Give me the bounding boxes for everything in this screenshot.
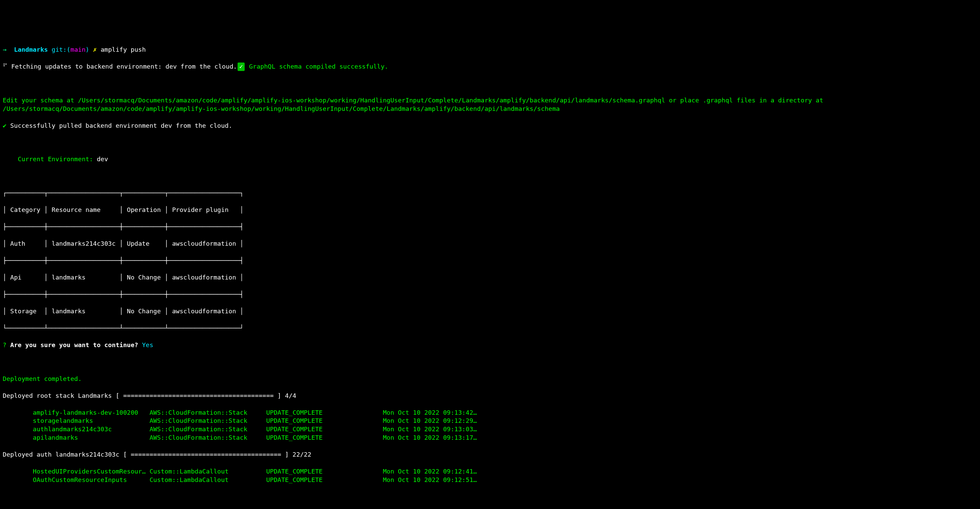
git-label: git:(: [52, 46, 71, 53]
table-sep: ├──────────┼───────────────────┼────────…: [3, 256, 977, 265]
git-branch: main: [71, 46, 86, 53]
stack-timestamp: Mon Oct 10 2022 09:13:03…: [383, 426, 477, 433]
prompt-line-1: → Landmarks git:(main) ✗ amplify push: [3, 46, 977, 54]
stack-timestamp: Mon Oct 10 2022 09:12:51…: [383, 476, 477, 483]
spinner-icon: ⠋: [3, 63, 8, 70]
stack-name: OAuthCustomResourceInputs: [33, 476, 150, 483]
stack-row: storagelandmarks AWS::CloudFormation::St…: [3, 417, 977, 425]
terminal-output[interactable]: → Landmarks git:(main) ✗ amplify push ⠋ …: [3, 37, 977, 509]
dirty-marker-icon: ✗: [93, 46, 97, 53]
blank-line: [3, 172, 977, 180]
stack-name: storagelandmarks: [33, 417, 150, 424]
table-header: │ Category │ Resource name │ Operation │…: [3, 206, 977, 214]
auth-items: HostedUIProvidersCustomResour… Custom::L…: [3, 468, 977, 484]
typed-command: amplify push: [101, 46, 146, 53]
stack-row: OAuthCustomResourceInputs Custom::Lambda…: [3, 476, 977, 484]
stack-timestamp: Mon Oct 10 2022 09:13:42…: [383, 409, 477, 416]
stack-type: Custom::LambdaCallout: [150, 476, 266, 483]
blank-line: [3, 493, 977, 501]
table-border-top: ┌──────────┬───────────────────┬────────…: [3, 189, 977, 197]
table-row: │ Api │ landmarks │ No Change │ awscloud…: [3, 274, 977, 282]
pulled-text: Successfully pulled backend environment …: [10, 122, 232, 129]
deployed-root-line: Deployed root stack Landmarks [ ========…: [3, 392, 977, 400]
env-label: Current Environment:: [3, 156, 93, 162]
stack-name: authlandmarks214c303c: [33, 426, 150, 433]
confirm-line: ? Are you sure you want to continue? Yes: [3, 341, 977, 350]
stack-type: AWS::CloudFormation::Stack: [150, 417, 266, 424]
check-icon: ✓: [237, 62, 244, 71]
stack-row: authlandmarks214c303c AWS::CloudFormatio…: [3, 425, 977, 434]
stack-timestamp: Mon Oct 10 2022 09:12:41…: [383, 468, 477, 475]
fetching-text: Fetching updates to backend environment:…: [11, 63, 237, 70]
fetching-line: ⠋ Fetching updates to backend environmen…: [3, 62, 977, 71]
check-icon: ✔: [3, 122, 6, 129]
stack-timestamp: Mon Oct 10 2022 09:13:17…: [383, 434, 477, 441]
git-close: ): [86, 46, 89, 53]
pulled-line: ✔ Successfully pulled backend environmen…: [3, 122, 977, 130]
stack-status: UPDATE_COMPLETE: [266, 434, 383, 441]
stack-name: HostedUIProvidersCustomResour…: [33, 468, 150, 475]
question-icon: ?: [3, 341, 6, 348]
stack-row: apilandmarks AWS::CloudFormation::Stack …: [3, 434, 977, 442]
stack-timestamp: Mon Oct 10 2022 09:12:29…: [383, 417, 477, 424]
stack-type: AWS::CloudFormation::Stack: [150, 434, 266, 441]
table-border-bottom: └──────────┴───────────────────┴────────…: [3, 324, 977, 332]
table-row: │ Storage │ landmarks │ No Change │ awsc…: [3, 307, 977, 316]
stack-row: HostedUIProvidersCustomResour… Custom::L…: [3, 468, 977, 476]
table-sep: ├──────────┼───────────────────┼────────…: [3, 223, 977, 231]
stack-status: UPDATE_COMPLETE: [266, 468, 383, 475]
prompt-dir: Landmarks: [14, 46, 48, 53]
deployment-completed: Deployment completed.: [3, 375, 977, 383]
stack-name: amplify-landmarks-dev-100200: [33, 409, 150, 416]
stack-status: UPDATE_COMPLETE: [266, 409, 383, 416]
blank-line: [3, 358, 977, 366]
confirm-answer: Yes: [142, 341, 153, 348]
stack-status: UPDATE_COMPLETE: [266, 476, 383, 483]
edit-schema-line: Edit your schema at /Users/stormacq/Docu…: [3, 96, 977, 113]
table-row: │ Auth │ landmarks214c303c │ Update │ aw…: [3, 240, 977, 248]
stack-row: amplify-landmarks-dev-100200 AWS::CloudF…: [3, 409, 977, 417]
table-sep: ├──────────┼───────────────────┼────────…: [3, 290, 977, 299]
env-line: Current Environment: dev: [3, 155, 977, 164]
compiled-text: GraphQL schema compiled successfully.: [249, 63, 388, 70]
root-items: amplify-landmarks-dev-100200 AWS::CloudF…: [3, 409, 977, 442]
deployed-auth-line: Deployed auth landmarks214c303c [ ======…: [3, 450, 977, 459]
stack-status: UPDATE_COMPLETE: [266, 417, 383, 424]
stack-type: Custom::LambdaCallout: [150, 468, 266, 475]
env-value: dev: [93, 156, 108, 162]
confirm-text: Are you sure you want to continue?: [10, 341, 138, 348]
stack-name: apilandmarks: [33, 434, 150, 441]
stack-type: AWS::CloudFormation::Stack: [150, 409, 266, 416]
stack-status: UPDATE_COMPLETE: [266, 426, 383, 433]
stack-type: AWS::CloudFormation::Stack: [150, 426, 266, 433]
blank-line: [3, 80, 977, 88]
blank-line: [3, 138, 977, 147]
prompt-arrow-icon: →: [3, 46, 6, 53]
